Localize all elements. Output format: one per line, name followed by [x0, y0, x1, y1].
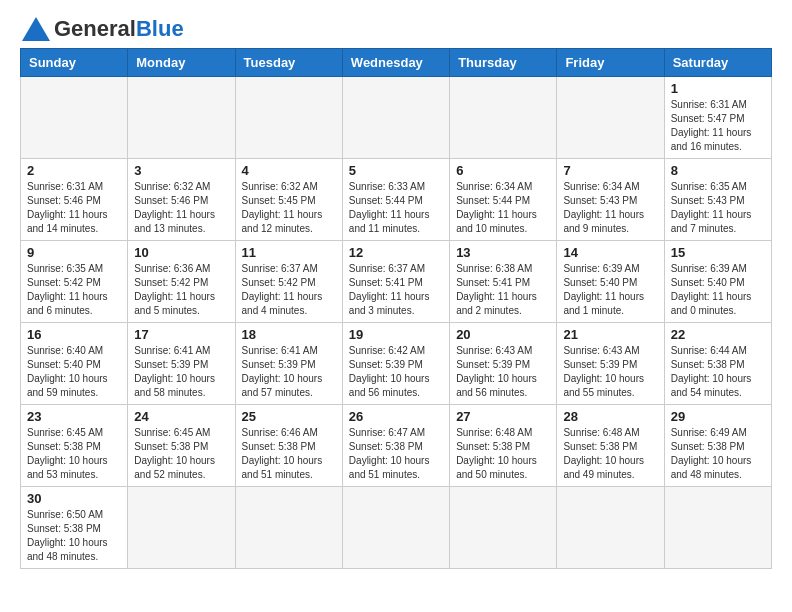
calendar-cell: 9Sunrise: 6:35 AM Sunset: 5:42 PM Daylig… — [21, 241, 128, 323]
day-number: 9 — [27, 245, 121, 260]
calendar-cell: 27Sunrise: 6:48 AM Sunset: 5:38 PM Dayli… — [450, 405, 557, 487]
calendar-cell: 8Sunrise: 6:35 AM Sunset: 5:43 PM Daylig… — [664, 159, 771, 241]
day-number: 19 — [349, 327, 443, 342]
weekday-wednesday: Wednesday — [342, 49, 449, 77]
weekday-monday: Monday — [128, 49, 235, 77]
day-info: Sunrise: 6:45 AM Sunset: 5:38 PM Dayligh… — [134, 426, 228, 482]
day-number: 7 — [563, 163, 657, 178]
day-number: 26 — [349, 409, 443, 424]
day-number: 8 — [671, 163, 765, 178]
day-info: Sunrise: 6:41 AM Sunset: 5:39 PM Dayligh… — [134, 344, 228, 400]
calendar-cell: 22Sunrise: 6:44 AM Sunset: 5:38 PM Dayli… — [664, 323, 771, 405]
day-info: Sunrise: 6:49 AM Sunset: 5:38 PM Dayligh… — [671, 426, 765, 482]
day-info: Sunrise: 6:37 AM Sunset: 5:42 PM Dayligh… — [242, 262, 336, 318]
day-info: Sunrise: 6:44 AM Sunset: 5:38 PM Dayligh… — [671, 344, 765, 400]
calendar-cell — [557, 77, 664, 159]
day-info: Sunrise: 6:32 AM Sunset: 5:45 PM Dayligh… — [242, 180, 336, 236]
calendar-row-2: 9Sunrise: 6:35 AM Sunset: 5:42 PM Daylig… — [21, 241, 772, 323]
day-number: 30 — [27, 491, 121, 506]
calendar-cell: 11Sunrise: 6:37 AM Sunset: 5:42 PM Dayli… — [235, 241, 342, 323]
calendar-cell: 23Sunrise: 6:45 AM Sunset: 5:38 PM Dayli… — [21, 405, 128, 487]
day-info: Sunrise: 6:39 AM Sunset: 5:40 PM Dayligh… — [563, 262, 657, 318]
calendar-cell — [450, 487, 557, 569]
calendar-row-3: 16Sunrise: 6:40 AM Sunset: 5:40 PM Dayli… — [21, 323, 772, 405]
calendar-cell: 6Sunrise: 6:34 AM Sunset: 5:44 PM Daylig… — [450, 159, 557, 241]
day-info: Sunrise: 6:31 AM Sunset: 5:46 PM Dayligh… — [27, 180, 121, 236]
calendar-cell: 24Sunrise: 6:45 AM Sunset: 5:38 PM Dayli… — [128, 405, 235, 487]
day-info: Sunrise: 6:42 AM Sunset: 5:39 PM Dayligh… — [349, 344, 443, 400]
calendar-cell: 7Sunrise: 6:34 AM Sunset: 5:43 PM Daylig… — [557, 159, 664, 241]
calendar-cell: 18Sunrise: 6:41 AM Sunset: 5:39 PM Dayli… — [235, 323, 342, 405]
day-info: Sunrise: 6:40 AM Sunset: 5:40 PM Dayligh… — [27, 344, 121, 400]
calendar-cell: 21Sunrise: 6:43 AM Sunset: 5:39 PM Dayli… — [557, 323, 664, 405]
day-number: 22 — [671, 327, 765, 342]
weekday-header-row: SundayMondayTuesdayWednesdayThursdayFrid… — [21, 49, 772, 77]
day-number: 21 — [563, 327, 657, 342]
day-number: 12 — [349, 245, 443, 260]
calendar-cell — [342, 487, 449, 569]
calendar-cell: 19Sunrise: 6:42 AM Sunset: 5:39 PM Dayli… — [342, 323, 449, 405]
day-number: 13 — [456, 245, 550, 260]
calendar-cell: 26Sunrise: 6:47 AM Sunset: 5:38 PM Dayli… — [342, 405, 449, 487]
day-info: Sunrise: 6:50 AM Sunset: 5:38 PM Dayligh… — [27, 508, 121, 564]
day-number: 11 — [242, 245, 336, 260]
day-info: Sunrise: 6:48 AM Sunset: 5:38 PM Dayligh… — [563, 426, 657, 482]
calendar-row-1: 2Sunrise: 6:31 AM Sunset: 5:46 PM Daylig… — [21, 159, 772, 241]
calendar-row-0: 1Sunrise: 6:31 AM Sunset: 5:47 PM Daylig… — [21, 77, 772, 159]
day-info: Sunrise: 6:48 AM Sunset: 5:38 PM Dayligh… — [456, 426, 550, 482]
calendar-cell — [342, 77, 449, 159]
day-info: Sunrise: 6:41 AM Sunset: 5:39 PM Dayligh… — [242, 344, 336, 400]
day-number: 6 — [456, 163, 550, 178]
calendar-cell: 12Sunrise: 6:37 AM Sunset: 5:41 PM Dayli… — [342, 241, 449, 323]
calendar-cell: 20Sunrise: 6:43 AM Sunset: 5:39 PM Dayli… — [450, 323, 557, 405]
weekday-tuesday: Tuesday — [235, 49, 342, 77]
day-info: Sunrise: 6:43 AM Sunset: 5:39 PM Dayligh… — [456, 344, 550, 400]
weekday-sunday: Sunday — [21, 49, 128, 77]
calendar-page: GeneralBlue SundayMondayTuesdayWednesday… — [0, 0, 792, 589]
day-number: 3 — [134, 163, 228, 178]
weekday-thursday: Thursday — [450, 49, 557, 77]
day-number: 27 — [456, 409, 550, 424]
day-info: Sunrise: 6:33 AM Sunset: 5:44 PM Dayligh… — [349, 180, 443, 236]
day-number: 18 — [242, 327, 336, 342]
calendar-cell — [235, 487, 342, 569]
day-number: 15 — [671, 245, 765, 260]
day-number: 20 — [456, 327, 550, 342]
calendar-cell: 28Sunrise: 6:48 AM Sunset: 5:38 PM Dayli… — [557, 405, 664, 487]
day-info: Sunrise: 6:39 AM Sunset: 5:40 PM Dayligh… — [671, 262, 765, 318]
day-info: Sunrise: 6:43 AM Sunset: 5:39 PM Dayligh… — [563, 344, 657, 400]
day-info: Sunrise: 6:36 AM Sunset: 5:42 PM Dayligh… — [134, 262, 228, 318]
day-info: Sunrise: 6:35 AM Sunset: 5:42 PM Dayligh… — [27, 262, 121, 318]
day-info: Sunrise: 6:32 AM Sunset: 5:46 PM Dayligh… — [134, 180, 228, 236]
weekday-saturday: Saturday — [664, 49, 771, 77]
day-info: Sunrise: 6:35 AM Sunset: 5:43 PM Dayligh… — [671, 180, 765, 236]
day-info: Sunrise: 6:31 AM Sunset: 5:47 PM Dayligh… — [671, 98, 765, 154]
day-number: 4 — [242, 163, 336, 178]
day-info: Sunrise: 6:34 AM Sunset: 5:43 PM Dayligh… — [563, 180, 657, 236]
logo: GeneralBlue — [20, 16, 184, 42]
calendar-cell: 14Sunrise: 6:39 AM Sunset: 5:40 PM Dayli… — [557, 241, 664, 323]
day-number: 17 — [134, 327, 228, 342]
calendar-cell — [235, 77, 342, 159]
calendar-cell: 3Sunrise: 6:32 AM Sunset: 5:46 PM Daylig… — [128, 159, 235, 241]
day-info: Sunrise: 6:46 AM Sunset: 5:38 PM Dayligh… — [242, 426, 336, 482]
calendar-cell: 25Sunrise: 6:46 AM Sunset: 5:38 PM Dayli… — [235, 405, 342, 487]
day-number: 10 — [134, 245, 228, 260]
calendar-cell: 2Sunrise: 6:31 AM Sunset: 5:46 PM Daylig… — [21, 159, 128, 241]
calendar-cell: 29Sunrise: 6:49 AM Sunset: 5:38 PM Dayli… — [664, 405, 771, 487]
calendar-cell — [557, 487, 664, 569]
day-number: 24 — [134, 409, 228, 424]
weekday-friday: Friday — [557, 49, 664, 77]
day-info: Sunrise: 6:37 AM Sunset: 5:41 PM Dayligh… — [349, 262, 443, 318]
calendar-cell: 15Sunrise: 6:39 AM Sunset: 5:40 PM Dayli… — [664, 241, 771, 323]
day-number: 29 — [671, 409, 765, 424]
calendar-cell: 16Sunrise: 6:40 AM Sunset: 5:40 PM Dayli… — [21, 323, 128, 405]
day-number: 1 — [671, 81, 765, 96]
calendar-row-4: 23Sunrise: 6:45 AM Sunset: 5:38 PM Dayli… — [21, 405, 772, 487]
calendar-cell — [21, 77, 128, 159]
calendar-cell: 5Sunrise: 6:33 AM Sunset: 5:44 PM Daylig… — [342, 159, 449, 241]
logo-icon — [22, 17, 50, 41]
day-number: 14 — [563, 245, 657, 260]
calendar-table: SundayMondayTuesdayWednesdayThursdayFrid… — [20, 48, 772, 569]
day-number: 2 — [27, 163, 121, 178]
